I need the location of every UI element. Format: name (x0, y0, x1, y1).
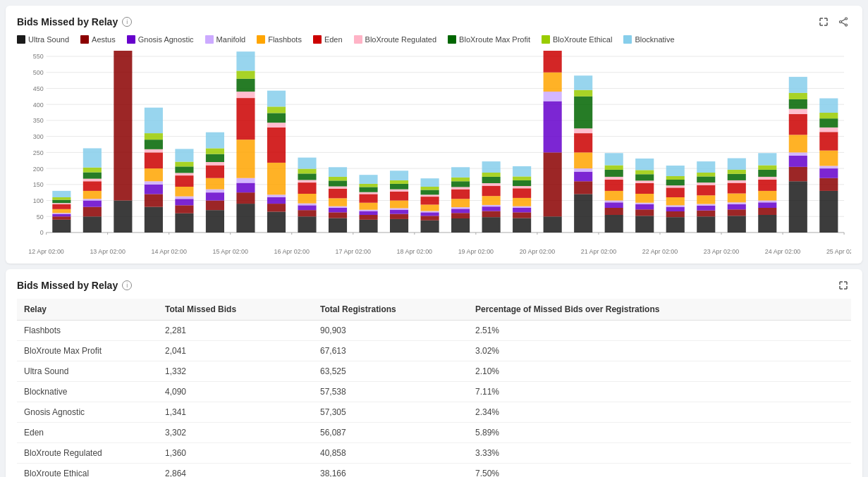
svg-text:50: 50 (37, 213, 44, 221)
svg-rect-145 (298, 169, 316, 174)
svg-rect-198 (482, 211, 501, 218)
svg-rect-143 (298, 180, 316, 182)
svg-rect-239 (605, 202, 623, 208)
svg-text:12 Apr 02:00: 12 Apr 02:00 (28, 248, 63, 255)
svg-rect-255 (635, 170, 654, 174)
legend-color (205, 35, 214, 44)
svg-rect-205 (482, 173, 501, 177)
svg-rect-286 (728, 159, 746, 170)
legend-color (127, 35, 135, 44)
svg-rect-130 (267, 194, 286, 197)
svg-rect-118 (236, 192, 255, 204)
svg-point-0 (845, 18, 848, 20)
svg-rect-93 (145, 149, 163, 153)
table-cell-1-1: 2,041 (158, 341, 313, 361)
svg-rect-163 (359, 192, 377, 194)
svg-rect-215 (513, 176, 531, 180)
svg-rect-315 (819, 113, 838, 118)
svg-rect-211 (513, 198, 531, 206)
svg-rect-102 (175, 175, 193, 187)
svg-rect-164 (359, 187, 377, 192)
bottom-info-icon[interactable]: i (122, 280, 132, 290)
table-cell-4-2: 57,305 (313, 402, 468, 423)
svg-rect-119 (236, 183, 255, 193)
legend-item-blocknative: Blocknative (623, 35, 674, 44)
svg-rect-68 (83, 207, 102, 217)
legend-item-gnosis-agnostic: Gnosis Agnostic (127, 35, 194, 44)
svg-rect-217 (544, 216, 562, 233)
svg-text:150: 150 (33, 181, 44, 188)
svg-rect-227 (574, 194, 592, 233)
table-cell-2-2: 63,525 (313, 361, 468, 382)
svg-rect-72 (83, 181, 102, 191)
top-info-icon[interactable]: i (122, 17, 132, 27)
svg-rect-185 (421, 187, 439, 190)
svg-point-1 (840, 21, 842, 23)
table-cell-7-2: 38,166 (313, 464, 468, 478)
col-header-2: Total Registrations (313, 299, 468, 321)
svg-rect-141 (298, 194, 316, 204)
svg-text:15 Apr 02:00: 15 Apr 02:00 (212, 248, 247, 255)
svg-rect-208 (513, 212, 531, 218)
svg-text:350: 350 (33, 117, 44, 124)
svg-rect-112 (206, 166, 224, 178)
svg-rect-271 (697, 195, 715, 204)
svg-rect-200 (482, 205, 501, 206)
svg-rect-298 (789, 167, 807, 181)
table-row: Ultra Sound1,33263,5252.10% (17, 361, 851, 382)
svg-rect-281 (728, 194, 746, 203)
svg-rect-182 (421, 197, 439, 204)
svg-rect-136 (267, 91, 286, 107)
table-cell-0-0: Flashbots (17, 321, 158, 341)
svg-rect-133 (267, 123, 286, 128)
table-cell-6-2: 40,858 (313, 443, 468, 464)
legend-color (257, 35, 265, 44)
svg-rect-60 (52, 213, 71, 213)
svg-rect-125 (236, 70, 255, 78)
table-cell-1-2: 67,613 (313, 341, 468, 361)
svg-rect-150 (329, 206, 347, 208)
table-cell-1-0: BloXroute Max Profit (17, 341, 158, 361)
svg-rect-233 (574, 128, 592, 133)
table-cell-2-0: Ultra Sound (17, 361, 158, 382)
svg-rect-128 (267, 204, 286, 211)
svg-rect-146 (298, 158, 316, 169)
svg-rect-220 (544, 92, 562, 101)
svg-rect-248 (635, 209, 654, 216)
svg-rect-278 (728, 209, 746, 216)
svg-rect-129 (267, 197, 286, 204)
share-icon[interactable] (836, 14, 851, 30)
legend-label: Gnosis Agnostic (138, 35, 194, 44)
svg-rect-256 (635, 159, 654, 170)
svg-rect-191 (451, 199, 470, 207)
bottom-expand-icon[interactable] (836, 278, 851, 293)
legend-color (80, 35, 89, 44)
svg-rect-105 (175, 162, 193, 167)
svg-rect-158 (359, 215, 377, 220)
svg-rect-98 (175, 205, 193, 213)
svg-rect-210 (513, 206, 531, 208)
svg-rect-106 (175, 149, 193, 161)
expand-icon[interactable] (816, 14, 831, 30)
svg-rect-137 (298, 216, 316, 233)
table-cell-6-0: BloXroute Regulated (17, 443, 158, 464)
legend-item-bloxroute-max-profit: BloXroute Max Profit (448, 35, 530, 44)
svg-rect-58 (52, 216, 71, 220)
svg-rect-167 (390, 219, 408, 233)
svg-rect-244 (605, 170, 623, 177)
svg-rect-180 (421, 211, 439, 213)
svg-rect-177 (421, 221, 439, 233)
svg-text:400: 400 (33, 101, 44, 109)
svg-rect-238 (605, 208, 623, 215)
svg-rect-97 (175, 213, 193, 233)
svg-rect-155 (329, 177, 347, 180)
svg-line-4 (841, 23, 845, 25)
svg-rect-187 (451, 218, 470, 233)
svg-rect-124 (236, 79, 255, 92)
svg-rect-152 (329, 189, 347, 199)
svg-rect-197 (482, 217, 501, 233)
svg-rect-183 (421, 194, 439, 197)
svg-rect-120 (236, 178, 255, 183)
svg-rect-267 (697, 216, 715, 233)
svg-rect-199 (482, 206, 501, 211)
